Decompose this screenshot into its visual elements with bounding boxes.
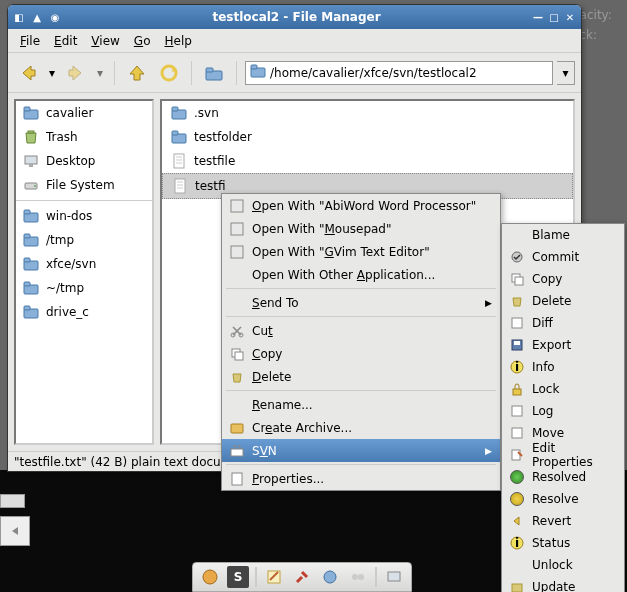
menu-edit[interactable]: Edit	[48, 32, 83, 50]
sidebar-item-drive-c[interactable]: drive_c	[16, 300, 152, 324]
close-icon[interactable]: ✕	[563, 10, 577, 24]
svg-point-62	[352, 574, 358, 580]
home-button[interactable]	[200, 59, 228, 87]
sidebar-item-desktop[interactable]: Desktop	[16, 149, 152, 173]
svn-label: Info	[532, 360, 555, 374]
svn-item-lock[interactable]: Lock	[502, 378, 624, 400]
folder-icon	[22, 304, 40, 320]
ctx-item[interactable]: Open With "GVim Text Editor"	[222, 240, 500, 263]
taskbar: S	[192, 562, 412, 592]
file-item[interactable]: testfolder	[162, 125, 573, 149]
ctx-item[interactable]: SVN▶	[222, 439, 500, 462]
taskbar-web-icon[interactable]	[319, 566, 341, 588]
svn-item-info[interactable]: iInfo	[502, 356, 624, 378]
sticky-icon[interactable]: ◉	[48, 10, 62, 24]
up-button[interactable]	[123, 59, 151, 87]
reload-button[interactable]	[155, 59, 183, 87]
delete-icon	[228, 369, 246, 385]
sidebar-item-trash[interactable]: Trash	[16, 125, 152, 149]
taskbar-app-icon[interactable]	[199, 566, 221, 588]
svg-rect-40	[235, 352, 243, 360]
menu-file[interactable]: File	[14, 32, 46, 50]
folder-icon	[170, 105, 188, 121]
forward-button[interactable]	[62, 59, 90, 87]
sidebar-item--tmp[interactable]: /tmp	[16, 228, 152, 252]
ctx-label: Properties...	[252, 472, 324, 486]
taskbar-connect-icon[interactable]	[347, 566, 369, 588]
svn-item-export[interactable]: Export	[502, 334, 624, 356]
sidebar-item-cavalier[interactable]: cavalier	[16, 101, 152, 125]
svn-item-update[interactable]: Update	[502, 576, 624, 592]
minimize-icon[interactable]: —	[531, 10, 545, 24]
ctx-item[interactable]: Open With "AbiWord Word Processor"	[222, 194, 500, 217]
svn-item-status[interactable]: iStatus	[502, 532, 624, 554]
forward-dropdown[interactable]: ▾	[94, 59, 106, 87]
back-dropdown[interactable]: ▾	[46, 59, 58, 87]
taskbar-tools-icon[interactable]	[291, 566, 313, 588]
svn-item-copy[interactable]: Copy	[502, 268, 624, 290]
sidebar-item---tmp[interactable]: ~/tmp	[16, 276, 152, 300]
ctx-item[interactable]: Delete	[222, 365, 500, 388]
svn-item-resolved[interactable]: Resolved	[502, 466, 624, 488]
ctx-item[interactable]: Create Archive...	[222, 416, 500, 439]
menu-go[interactable]: Go	[128, 32, 157, 50]
svg-rect-43	[232, 473, 242, 485]
file-icon	[170, 153, 188, 169]
window-menu-icon[interactable]: ◧	[12, 10, 26, 24]
svn-item-delete[interactable]: Delete	[502, 290, 624, 312]
ctx-item[interactable]: Open With "Mousepad"	[222, 217, 500, 240]
menu-help[interactable]: Help	[158, 32, 197, 50]
ctx-item[interactable]: Send To▶	[222, 291, 500, 314]
diff-icon	[508, 315, 526, 331]
background-arrow-button[interactable]	[0, 516, 30, 546]
titlebar[interactable]: ◧ ▲ ◉ testlocal2 - File Manager — □ ✕	[8, 5, 581, 29]
svn-item-revert[interactable]: Revert	[502, 510, 624, 532]
svn-label: Move	[532, 426, 564, 440]
app-icon	[228, 244, 246, 260]
svn-item-edit-properties[interactable]: Edit Properties	[502, 444, 624, 466]
sidebar-item-win-dos[interactable]: win-dos	[16, 204, 152, 228]
ctx-item[interactable]: Copy	[222, 342, 500, 365]
svg-rect-34	[231, 200, 243, 212]
svn-label: Delete	[532, 294, 571, 308]
taskbar-desktop-icon[interactable]	[383, 566, 405, 588]
svn-item-blame[interactable]: Blame	[502, 224, 624, 246]
svn-item-log[interactable]: Log	[502, 400, 624, 422]
taskbar-s-icon[interactable]: S	[227, 566, 249, 588]
svn-label: Status	[532, 536, 570, 550]
folder-icon	[250, 64, 266, 81]
menu-view[interactable]: View	[85, 32, 125, 50]
drive-icon	[22, 177, 40, 193]
maximize-icon[interactable]: □	[547, 10, 561, 24]
svn-item-resolve[interactable]: Resolve	[502, 488, 624, 510]
save-icon	[508, 337, 526, 353]
ctx-item[interactable]: Open With Other Application...	[222, 263, 500, 286]
path-dropdown[interactable]: ▾	[557, 61, 575, 85]
svn-label: Edit Properties	[532, 441, 616, 469]
svg-rect-23	[172, 107, 178, 111]
sidebar: cavalierTrashDesktopFile Systemwin-dos/t…	[14, 99, 154, 445]
svg-rect-26	[174, 154, 184, 168]
file-item[interactable]: testfile	[162, 149, 573, 173]
svg-rect-35	[231, 223, 243, 235]
ctx-item[interactable]: Rename...	[222, 393, 500, 416]
sidebar-item-file-system[interactable]: File System	[16, 173, 152, 197]
ctx-item[interactable]: Properties...	[222, 467, 500, 490]
svn-label: Diff	[532, 316, 553, 330]
folder-icon	[22, 105, 40, 121]
svn-item-unlock[interactable]: Unlock	[502, 554, 624, 576]
shade-icon[interactable]: ▲	[30, 10, 44, 24]
copy-icon	[228, 346, 246, 362]
path-box	[245, 61, 553, 85]
ctx-item[interactable]: Cut	[222, 319, 500, 342]
app-icon	[228, 221, 246, 237]
sidebar-item-label: Trash	[46, 130, 78, 144]
taskbar-note-icon[interactable]	[263, 566, 285, 588]
back-button[interactable]	[14, 59, 42, 87]
file-item[interactable]: .svn	[162, 101, 573, 125]
app-icon	[228, 198, 246, 214]
sidebar-item-xfce-svn[interactable]: xfce/svn	[16, 252, 152, 276]
path-input[interactable]	[270, 66, 548, 80]
svn-item-diff[interactable]: Diff	[502, 312, 624, 334]
svn-item-commit[interactable]: Commit	[502, 246, 624, 268]
